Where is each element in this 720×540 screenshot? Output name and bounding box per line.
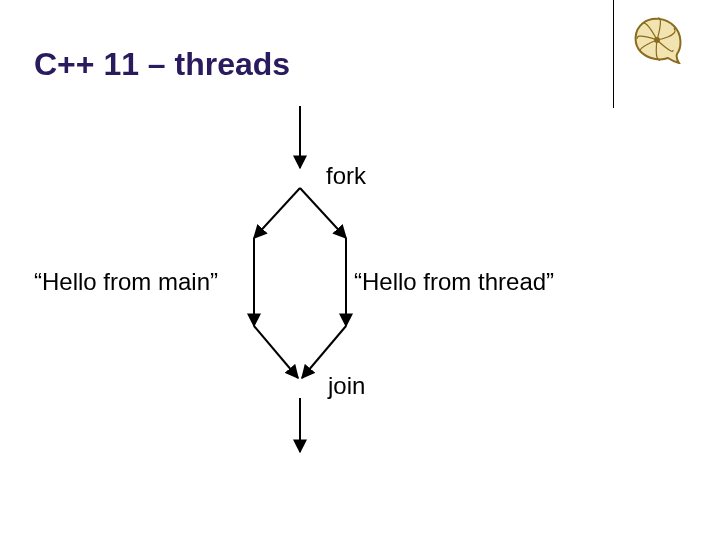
fork-join-diagram — [0, 0, 720, 540]
edge-fork-right — [300, 188, 346, 238]
edge-join-right — [302, 326, 346, 378]
edge-join-left — [254, 326, 298, 378]
edge-fork-left — [254, 188, 300, 238]
